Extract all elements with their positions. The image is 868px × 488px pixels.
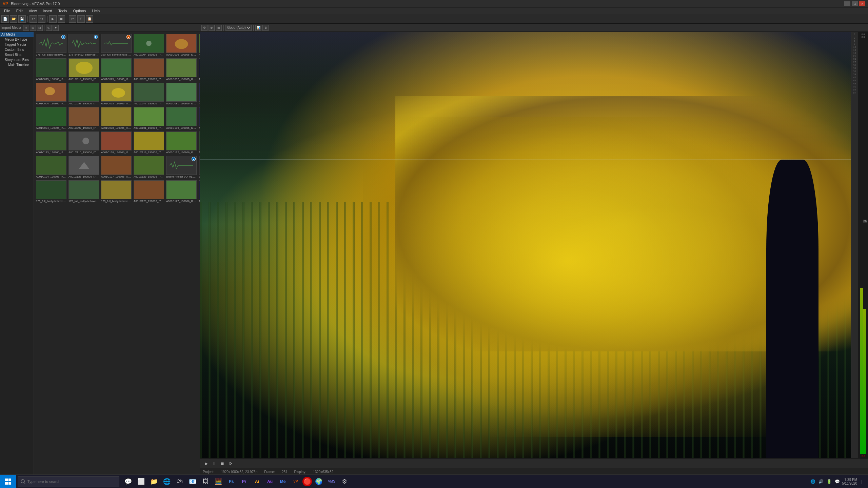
preview-zoom-btn[interactable]: ⊕ xyxy=(209,25,215,31)
menu-edit[interactable]: Edit xyxy=(14,8,25,14)
media-thumb-v21[interactable]: A001C112_190806_I737.MOV xyxy=(198,106,200,130)
tree-item-smart-bins[interactable]: Smart Bins xyxy=(0,52,34,57)
open-btn[interactable]: 📂 xyxy=(10,15,17,23)
taskbar-icon-edge[interactable]: 🌐 xyxy=(161,475,173,488)
tree-item-by-type[interactable]: Media By Type xyxy=(0,37,34,42)
media-thumb-v31[interactable]: A001C129_190806_I737.MOV xyxy=(133,155,165,179)
stop-btn[interactable]: ⏹ xyxy=(58,15,65,23)
media-thumb-audio-2[interactable]: ▶ 175_short12_badly-behaved_0032.wav xyxy=(68,33,100,57)
media-thumb-v4[interactable]: A001C015_190805_I737.MOV xyxy=(35,58,67,81)
render-btn[interactable]: ▶ xyxy=(49,15,57,23)
search-input[interactable] xyxy=(27,480,116,484)
taskbar-icon-au[interactable]: Au xyxy=(264,475,276,488)
minimize-button[interactable]: ─ xyxy=(844,1,850,6)
media-thumb-audio-1[interactable]: ▶ 175_full_badly-behaved_0150.wav xyxy=(35,33,67,57)
menu-tools[interactable]: Tools xyxy=(56,8,70,14)
media-thumb-v10[interactable]: A001C054_190806_I737.MOV xyxy=(35,82,67,106)
preview-output-btn[interactable]: 🖥 xyxy=(262,25,269,31)
media-thumb-v17[interactable]: A001C097_190806_I737.MOV xyxy=(68,106,100,130)
preview-loop-btn[interactable]: ⟳ xyxy=(227,460,234,467)
media-thumb-v25[interactable]: A001C119_190806_I737.MOV xyxy=(133,131,165,155)
tree-item-main-timeline[interactable]: Main Timeline xyxy=(0,62,34,67)
media-thumb-v11[interactable]: A001C058_190806_I737.MOV xyxy=(68,82,100,106)
media-thumb-v23[interactable]: A001C115_190806_I737.MOV xyxy=(68,131,100,155)
tree-item-storyboard[interactable]: Storyboard Bins xyxy=(0,57,34,62)
preview-play-btn[interactable]: ▶ xyxy=(203,460,210,467)
sys-tray-volume[interactable]: 🔊 xyxy=(818,478,825,485)
media-thumb-audio-3[interactable]: ● 320_full_something-is-fixing_0165.wav xyxy=(100,33,132,57)
taskbar-icon-vegas[interactable]: VP xyxy=(290,475,302,488)
media-thumb-final-4[interactable]: A001C129_190806_I737.MOV xyxy=(133,180,165,203)
taskbar-icon-photos[interactable]: 🖼 xyxy=(199,475,212,488)
media-thumb-v3[interactable]: A001C012_190805_I737.MOV xyxy=(198,33,200,57)
media-thumb-v12[interactable]: A001C065_190806_I737.MOV xyxy=(100,82,132,106)
menu-help[interactable]: Help xyxy=(89,8,102,14)
tree-item-custom-bins[interactable]: Custom Bins xyxy=(0,47,34,52)
redo-btn[interactable]: ↪ xyxy=(38,15,45,23)
preview-scope-btn[interactable]: 📊 xyxy=(255,25,261,31)
media-thumb-v1[interactable]: A001C004_190805_I737.MOV xyxy=(133,33,165,57)
media-filter-btn[interactable]: ▼ xyxy=(53,25,59,31)
media-tag-btn[interactable]: 🏷 xyxy=(46,25,52,31)
media-thumb-v22[interactable]: A001C113_190806_I737.MOV xyxy=(35,131,67,155)
media-thumb-v5[interactable]: A001C018_190805_I737.MOV xyxy=(68,58,100,81)
menu-options[interactable]: Options xyxy=(71,8,89,14)
start-button[interactable] xyxy=(0,475,16,488)
media-thumb-a-bloom[interactable]: ● Bloom Project VO_01.wav xyxy=(165,155,197,179)
tree-item-all-media[interactable]: All Media xyxy=(0,32,34,37)
taskbar-icon-chrome[interactable]: 🌍 xyxy=(313,475,325,488)
taskbar-icon-vms[interactable]: VMS xyxy=(326,475,338,488)
media-thumb-v7[interactable]: A001C029_190805_I737.MOV xyxy=(133,58,165,81)
media-thumb-v13[interactable]: A001C077_190806_I737.MOV xyxy=(133,82,165,106)
taskbar-icon-explorer[interactable]: 📁 xyxy=(148,475,160,488)
save-btn[interactable]: 💾 xyxy=(18,15,26,23)
cut-btn[interactable]: ✂ xyxy=(69,15,76,23)
media-thumb-v20[interactable]: A001C106_190806_I737.MOV xyxy=(165,106,197,130)
preview-stop-btn[interactable]: ⏹ xyxy=(219,460,226,467)
menu-insert[interactable]: Insert xyxy=(40,8,55,14)
taskbar-icon-ai[interactable]: Ai xyxy=(251,475,263,488)
taskbar-icon-taskview[interactable]: ⬜ xyxy=(135,475,147,488)
taskbar-icon-me[interactable]: Me xyxy=(277,475,289,488)
media-thumb-v29[interactable]: A001C125_190806_I737.MOV xyxy=(68,155,100,179)
maximize-button[interactable]: □ xyxy=(852,1,858,6)
search-bar[interactable] xyxy=(18,476,119,487)
media-thumb-v27[interactable]: A001C123_190806_I737.MOV xyxy=(198,131,200,155)
menu-view[interactable]: View xyxy=(26,8,40,14)
media-thumb-final-1[interactable]: 175_full_badly-behaved_0150 xyxy=(35,180,67,203)
media-thumb-final-6[interactable]: A001C125_190806_I737.MOV xyxy=(198,180,200,203)
preview-settings-btn[interactable]: ⚙ xyxy=(201,25,208,31)
media-view-btn-1[interactable]: ≡ xyxy=(23,25,29,31)
taskbar-icon-extra[interactable]: ⚙ xyxy=(338,475,351,488)
media-thumb-v2[interactable]: A001C006_190805_I737.MOV xyxy=(165,33,197,57)
taskbar-icon-red[interactable]: 🔴 xyxy=(302,477,312,486)
menu-file[interactable]: File xyxy=(1,8,13,14)
media-thumb-final-2[interactable]: 175_full_badly-behaved_0150 xyxy=(68,180,100,203)
taskbar-icon-ps[interactable]: Ps xyxy=(225,475,237,488)
media-thumb-v30[interactable]: A001C127_190806_I737.MOV xyxy=(100,155,132,179)
taskbar-icon-calc[interactable]: 🧮 xyxy=(212,475,224,488)
media-thumb-v8[interactable]: A001C032_190805_I737.MOV xyxy=(165,58,197,81)
media-view-btn-3[interactable]: ⊟ xyxy=(37,25,43,31)
media-thumb-v14[interactable]: A001C081_190806_I737.MOV xyxy=(165,82,197,106)
media-thumb-v15[interactable]: A001C092_190806_I737.MOV xyxy=(198,82,200,106)
media-thumb-v19[interactable]: A001C101_190806_I737.MOV xyxy=(133,106,165,130)
quality-select[interactable]: Good (Auto) Best Draft xyxy=(225,25,252,31)
media-thumb-v26[interactable]: A001C122_190806_I737.MOV xyxy=(165,131,197,155)
close-button[interactable]: ✕ xyxy=(859,1,865,6)
copy-btn[interactable]: ⎘ xyxy=(77,15,85,23)
media-thumb-v24[interactable]: A001C118_190806_I737.MOV xyxy=(100,131,132,155)
media-thumb-v18[interactable]: A001C098_190806_I737.MOV xyxy=(100,106,132,130)
media-thumb-v6[interactable]: A001C025_190805_I737.MOV xyxy=(100,58,132,81)
undo-btn[interactable]: ↩ xyxy=(29,15,37,23)
preview-grid-btn[interactable]: ⊞ xyxy=(216,25,222,31)
media-thumb-v16[interactable]: A001C094_190806_I737.MOV xyxy=(35,106,67,130)
taskbar-clock[interactable]: 7:39 PM 5/11/2020 xyxy=(842,478,857,485)
media-thumb-final-3[interactable]: 175_full_badly-behaved_0150 xyxy=(100,180,132,203)
sys-tray-action[interactable]: 💬 xyxy=(834,478,841,485)
media-thumb-final-5[interactable]: A001C127_190806_I737.MOV xyxy=(165,180,197,203)
tree-item-tagged[interactable]: Tagged Media xyxy=(0,42,34,47)
sys-tray-network[interactable]: 🌐 xyxy=(810,478,816,485)
media-thumb-v9[interactable]: A001C045_190805_I737.MOV xyxy=(198,58,200,81)
sys-tray-battery[interactable]: 🔋 xyxy=(826,478,833,485)
